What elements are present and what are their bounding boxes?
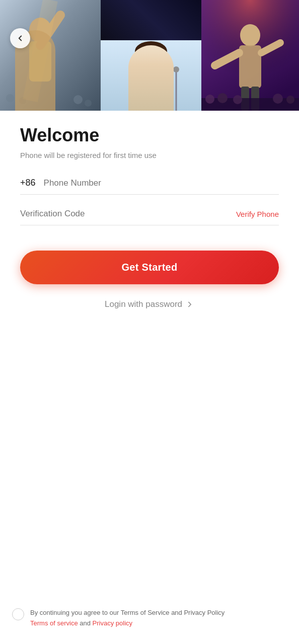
svg-point-26	[173, 66, 179, 72]
svg-point-19	[135, 41, 167, 61]
svg-rect-9	[101, 0, 201, 40]
svg-point-4	[6, 94, 14, 102]
svg-rect-16	[163, 29, 170, 40]
collage-center-bottom	[101, 40, 201, 111]
collage-center-top	[101, 0, 201, 40]
country-code[interactable]: +86	[20, 178, 36, 188]
phone-input-row: +86	[20, 178, 279, 195]
svg-point-12	[174, 4, 188, 18]
svg-point-6	[73, 95, 83, 104]
collage-panel-left	[0, 0, 101, 111]
svg-point-37	[217, 93, 228, 103]
welcome-subtitle: Phone will be registered for first time …	[20, 151, 279, 159]
svg-rect-17	[101, 40, 201, 111]
verification-code-input[interactable]	[20, 209, 236, 219]
svg-point-40	[286, 96, 294, 104]
svg-point-39	[273, 94, 283, 104]
footer-terms-text: By continuing you agree to our Terms of …	[30, 608, 225, 629]
footer: By continuing you agree to our Terms of …	[0, 598, 299, 644]
svg-marker-24	[147, 76, 155, 106]
collage-panel-center	[101, 0, 201, 111]
svg-rect-35	[201, 98, 299, 111]
svg-point-18	[137, 45, 165, 77]
svg-point-36	[205, 95, 214, 104]
svg-point-29	[240, 24, 260, 46]
verification-code-row: Verify Phone	[20, 209, 279, 225]
chevron-right-icon	[185, 300, 194, 309]
header-collage	[0, 0, 299, 111]
svg-point-11	[146, 3, 156, 13]
back-button[interactable]	[10, 28, 30, 48]
collage-panel-right	[201, 0, 299, 111]
phone-number-input[interactable]	[44, 178, 279, 188]
login-password-label: Login with password	[105, 299, 182, 309]
svg-rect-21	[152, 61, 162, 68]
svg-point-13	[126, 19, 136, 31]
terms-of-service-link[interactable]: Terms of service	[30, 619, 78, 627]
svg-rect-14	[127, 30, 135, 40]
verify-phone-button[interactable]: Verify Phone	[236, 210, 279, 218]
get-started-button[interactable]: Get Started	[20, 251, 279, 284]
main-content: Welcome Phone will be registered for fir…	[0, 125, 299, 360]
svg-rect-23	[136, 76, 166, 111]
svg-rect-2	[29, 41, 51, 82]
svg-point-5	[19, 97, 26, 104]
svg-point-38	[233, 95, 242, 104]
svg-point-10	[115, 4, 127, 16]
svg-point-7	[85, 100, 92, 107]
privacy-policy-link[interactable]: Privacy policy	[93, 619, 132, 627]
terms-checkbox[interactable]	[12, 608, 24, 620]
welcome-title: Welcome	[20, 125, 279, 146]
svg-rect-20	[140, 61, 150, 68]
login-with-password-row[interactable]: Login with password	[20, 299, 279, 309]
footer-and-text: and	[80, 619, 91, 627]
svg-point-15	[162, 19, 171, 30]
